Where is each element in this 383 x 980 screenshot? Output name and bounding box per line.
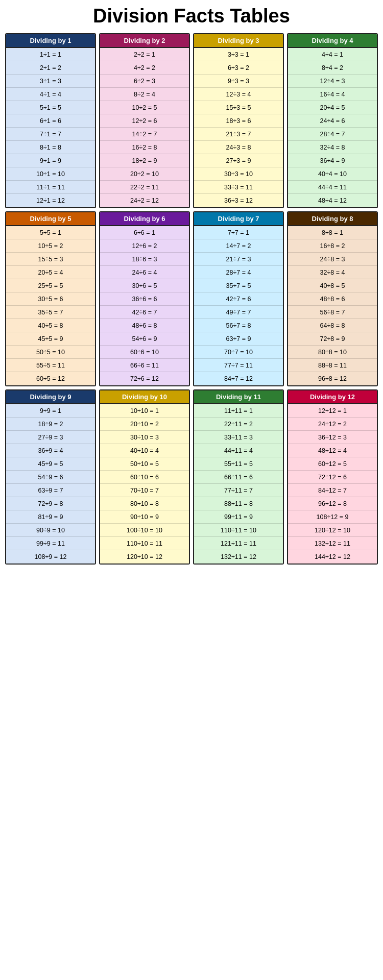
table-row: 80÷8 = 10 bbox=[288, 346, 377, 359]
equation-text: 110÷10 = 11 bbox=[102, 540, 187, 547]
division-table-4: Dividing by 44÷4 = 18÷4 = 212÷4 = 316÷4 … bbox=[287, 33, 378, 208]
table-row: 110÷10 = 11 bbox=[100, 537, 189, 550]
equation-text: 60÷6 = 10 bbox=[102, 349, 187, 356]
table-row: 132÷12 = 11 bbox=[288, 537, 377, 550]
table-row: 21÷7 = 3 bbox=[194, 253, 283, 266]
equation-text: 144÷12 = 12 bbox=[290, 553, 375, 560]
table-row: 50÷5 = 10 bbox=[6, 346, 95, 359]
table-row: 96÷12 = 8 bbox=[288, 497, 377, 510]
equation-text: 8÷8 = 1 bbox=[290, 229, 375, 236]
equation-text: 66÷6 = 11 bbox=[102, 362, 187, 369]
table-row: 24÷2 = 12 bbox=[100, 194, 189, 207]
table-row: 40÷8 = 5 bbox=[288, 279, 377, 292]
equation-text: 54÷6 = 9 bbox=[102, 335, 187, 342]
equation-text: 11÷11 = 1 bbox=[196, 407, 281, 414]
table-row: 27÷3 = 9 bbox=[194, 154, 283, 167]
table-row: 12÷3 = 4 bbox=[194, 88, 283, 101]
table-row: 12÷2 = 6 bbox=[100, 114, 189, 128]
equation-text: 4÷1 = 4 bbox=[8, 91, 93, 98]
table-row: 6÷6 = 1 bbox=[100, 226, 189, 239]
table-row: 6÷3 = 2 bbox=[194, 61, 283, 75]
equation-text: 28÷4 = 7 bbox=[290, 131, 375, 138]
table-row: 11÷1 = 11 bbox=[6, 181, 95, 194]
equation-text: 40÷4 = 10 bbox=[290, 170, 375, 178]
division-table-5: Dividing by 55÷5 = 110÷5 = 215÷5 = 320÷5… bbox=[5, 211, 96, 386]
equation-text: 40÷10 = 4 bbox=[102, 447, 187, 454]
equation-text: 33÷3 = 11 bbox=[196, 184, 281, 191]
equation-text: 50÷10 = 5 bbox=[102, 460, 187, 468]
table-row: 7÷7 = 1 bbox=[194, 226, 283, 239]
equation-text: 70÷10 = 7 bbox=[102, 487, 187, 494]
division-table-10: Dividing by 1010÷10 = 120÷10 = 230÷10 = … bbox=[99, 389, 190, 565]
table-row: 81÷9 = 9 bbox=[6, 510, 95, 524]
table-9-header: Dividing by 9 bbox=[6, 390, 95, 404]
table-7-header: Dividing by 7 bbox=[194, 212, 283, 226]
equation-text: 84÷12 = 7 bbox=[290, 487, 375, 494]
table-row: 4÷4 = 1 bbox=[288, 48, 377, 61]
equation-text: 1÷1 = 1 bbox=[8, 51, 93, 58]
equation-text: 96÷8 = 12 bbox=[290, 375, 375, 382]
table-row: 30÷10 = 3 bbox=[100, 431, 189, 444]
equation-text: 99÷11 = 9 bbox=[196, 513, 281, 521]
table-row: 100÷10 = 10 bbox=[100, 524, 189, 537]
page-title: Division Facts Tables bbox=[5, 5, 378, 27]
table-row: 20÷10 = 2 bbox=[100, 418, 189, 431]
equation-text: 99÷9 = 11 bbox=[8, 540, 93, 547]
equation-text: 9÷9 = 1 bbox=[8, 407, 93, 414]
equation-text: 60÷5 = 12 bbox=[8, 375, 93, 382]
equation-text: 15÷5 = 3 bbox=[8, 256, 93, 263]
equation-text: 72÷8 = 9 bbox=[290, 335, 375, 342]
equation-text: 24÷12 = 2 bbox=[290, 421, 375, 428]
table-row: 40÷10 = 4 bbox=[100, 444, 189, 457]
table-row: 33÷11 = 3 bbox=[194, 431, 283, 444]
table-row: 15÷3 = 5 bbox=[194, 101, 283, 114]
table-row: 16÷2 = 8 bbox=[100, 141, 189, 154]
equation-text: 28÷7 = 4 bbox=[196, 269, 281, 276]
equation-text: 18÷9 = 2 bbox=[8, 421, 93, 428]
equation-text: 9÷3 = 3 bbox=[196, 78, 281, 85]
table-row: 48÷12 = 4 bbox=[288, 444, 377, 457]
equation-text: 56÷7 = 8 bbox=[196, 322, 281, 329]
table-row: 54÷6 = 9 bbox=[100, 332, 189, 346]
division-table-8: Dividing by 88÷8 = 116÷8 = 224÷8 = 332÷8… bbox=[287, 211, 378, 386]
equation-text: 100÷10 = 10 bbox=[102, 527, 187, 534]
table-row: 44÷4 = 11 bbox=[288, 181, 377, 194]
table-row: 60÷6 = 10 bbox=[100, 346, 189, 359]
table-row: 12÷6 = 2 bbox=[100, 239, 189, 253]
equation-text: 88÷8 = 11 bbox=[290, 362, 375, 369]
table-row: 56÷8 = 7 bbox=[288, 306, 377, 319]
equation-text: 96÷12 = 8 bbox=[290, 500, 375, 507]
table-row: 28÷4 = 7 bbox=[288, 128, 377, 141]
table-row: 5÷1 = 5 bbox=[6, 101, 95, 114]
table-row: 50÷10 = 5 bbox=[100, 457, 189, 471]
equation-text: 6÷1 = 6 bbox=[8, 117, 93, 125]
equation-text: 22÷11 = 2 bbox=[196, 421, 281, 428]
table-row: 10÷10 = 1 bbox=[100, 404, 189, 418]
equation-text: 10÷2 = 5 bbox=[102, 104, 187, 111]
equation-text: 16÷8 = 2 bbox=[290, 242, 375, 250]
equation-text: 8÷1 = 8 bbox=[8, 144, 93, 151]
table-row: 80÷10 = 8 bbox=[100, 497, 189, 510]
equation-text: 11÷1 = 11 bbox=[8, 184, 93, 191]
equation-text: 132÷11 = 12 bbox=[196, 553, 281, 560]
table-row: 10÷5 = 2 bbox=[6, 239, 95, 253]
table-row: 28÷7 = 4 bbox=[194, 266, 283, 279]
table-row: 24÷3 = 8 bbox=[194, 141, 283, 154]
table-row: 5÷5 = 1 bbox=[6, 226, 95, 239]
equation-text: 48÷6 = 8 bbox=[102, 322, 187, 329]
table-row: 20÷4 = 5 bbox=[288, 101, 377, 114]
equation-text: 16÷4 = 4 bbox=[290, 91, 375, 98]
table-row: 40÷4 = 10 bbox=[288, 167, 377, 181]
table-row: 9÷3 = 3 bbox=[194, 75, 283, 88]
table-row: 25÷5 = 5 bbox=[6, 279, 95, 292]
table-row: 66÷11 = 6 bbox=[194, 471, 283, 484]
equation-text: 35÷5 = 7 bbox=[8, 309, 93, 316]
table-row: 63÷9 = 7 bbox=[6, 484, 95, 497]
table-row: 11÷11 = 1 bbox=[194, 404, 283, 418]
table-row: 72÷8 = 9 bbox=[288, 332, 377, 346]
table-4-header: Dividing by 4 bbox=[288, 34, 377, 48]
table-row: 49÷7 = 7 bbox=[194, 306, 283, 319]
table-11-header: Dividing by 11 bbox=[194, 390, 283, 404]
equation-text: 108÷9 = 12 bbox=[8, 553, 93, 560]
table-row: 77÷7 = 11 bbox=[194, 359, 283, 372]
